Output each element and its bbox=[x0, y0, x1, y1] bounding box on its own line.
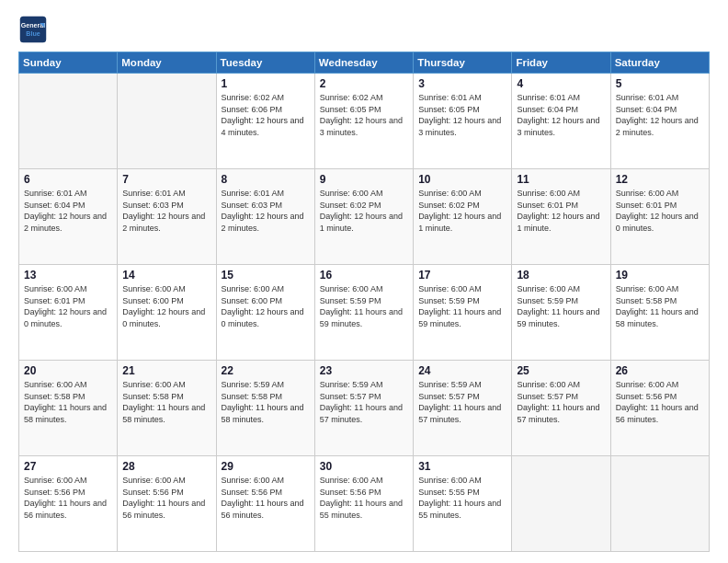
day-info: Sunrise: 6:00 AM Sunset: 5:56 PM Dayligh… bbox=[122, 475, 210, 521]
week-row-2: 6Sunrise: 6:01 AM Sunset: 6:04 PM Daylig… bbox=[19, 169, 710, 265]
day-number: 24 bbox=[418, 364, 506, 377]
day-info: Sunrise: 6:01 AM Sunset: 6:03 PM Dayligh… bbox=[222, 188, 310, 234]
calendar-cell: 7Sunrise: 6:01 AM Sunset: 6:03 PM Daylig… bbox=[118, 169, 216, 265]
day-info: Sunrise: 6:01 AM Sunset: 6:04 PM Dayligh… bbox=[517, 92, 605, 138]
day-number: 31 bbox=[418, 460, 506, 473]
day-info: Sunrise: 6:01 AM Sunset: 6:04 PM Dayligh… bbox=[616, 92, 704, 138]
logo: General Blue bbox=[18, 15, 53, 44]
calendar-cell: 27Sunrise: 6:00 AM Sunset: 5:56 PM Dayli… bbox=[19, 456, 118, 552]
week-row-5: 27Sunrise: 6:00 AM Sunset: 5:56 PM Dayli… bbox=[19, 456, 710, 552]
calendar-cell: 17Sunrise: 6:00 AM Sunset: 5:59 PM Dayli… bbox=[414, 265, 512, 361]
logo-icon: General Blue bbox=[18, 15, 48, 44]
day-info: Sunrise: 6:00 AM Sunset: 6:01 PM Dayligh… bbox=[24, 283, 112, 329]
day-info: Sunrise: 6:00 AM Sunset: 5:58 PM Dayligh… bbox=[616, 283, 704, 329]
day-number: 12 bbox=[616, 173, 704, 186]
calendar-cell: 21Sunrise: 6:00 AM Sunset: 5:58 PM Dayli… bbox=[118, 361, 216, 456]
calendar-cell: 2Sunrise: 6:02 AM Sunset: 6:05 PM Daylig… bbox=[314, 74, 413, 169]
calendar-cell: 22Sunrise: 5:59 AM Sunset: 5:58 PM Dayli… bbox=[216, 361, 314, 456]
page: General Blue SundayMondayTuesdayWednesda… bbox=[0, 0, 728, 563]
day-info: Sunrise: 6:00 AM Sunset: 5:56 PM Dayligh… bbox=[222, 475, 310, 521]
week-row-1: 1Sunrise: 6:02 AM Sunset: 6:06 PM Daylig… bbox=[19, 74, 710, 169]
day-info: Sunrise: 6:01 AM Sunset: 6:04 PM Dayligh… bbox=[24, 188, 112, 234]
calendar-cell: 14Sunrise: 6:00 AM Sunset: 6:00 PM Dayli… bbox=[118, 265, 216, 361]
weekday-header-tuesday: Tuesday bbox=[216, 52, 314, 74]
day-number: 7 bbox=[122, 173, 210, 186]
day-number: 17 bbox=[418, 269, 506, 282]
day-info: Sunrise: 6:00 AM Sunset: 5:58 PM Dayligh… bbox=[122, 379, 210, 425]
calendar-cell: 19Sunrise: 6:00 AM Sunset: 5:58 PM Dayli… bbox=[610, 265, 709, 361]
day-number: 2 bbox=[320, 77, 408, 90]
day-info: Sunrise: 6:00 AM Sunset: 5:56 PM Dayligh… bbox=[24, 475, 112, 521]
calendar-cell: 29Sunrise: 6:00 AM Sunset: 5:56 PM Dayli… bbox=[216, 456, 314, 552]
calendar-cell: 13Sunrise: 6:00 AM Sunset: 6:01 PM Dayli… bbox=[19, 265, 118, 361]
calendar-cell: 3Sunrise: 6:01 AM Sunset: 6:05 PM Daylig… bbox=[414, 74, 512, 169]
day-number: 18 bbox=[517, 269, 605, 282]
calendar-cell: 18Sunrise: 6:00 AM Sunset: 5:59 PM Dayli… bbox=[512, 265, 610, 361]
calendar-cell bbox=[19, 74, 118, 169]
calendar-cell: 28Sunrise: 6:00 AM Sunset: 5:56 PM Dayli… bbox=[118, 456, 216, 552]
day-info: Sunrise: 6:00 AM Sunset: 6:01 PM Dayligh… bbox=[616, 188, 704, 234]
weekday-header-sunday: Sunday bbox=[19, 52, 118, 74]
day-number: 4 bbox=[517, 77, 605, 90]
calendar-cell: 10Sunrise: 6:00 AM Sunset: 6:02 PM Dayli… bbox=[414, 169, 512, 265]
calendar-cell: 31Sunrise: 6:00 AM Sunset: 5:55 PM Dayli… bbox=[414, 456, 512, 552]
week-row-4: 20Sunrise: 6:00 AM Sunset: 5:58 PM Dayli… bbox=[19, 361, 710, 456]
day-number: 19 bbox=[616, 269, 704, 282]
day-info: Sunrise: 6:00 AM Sunset: 5:56 PM Dayligh… bbox=[320, 475, 408, 521]
day-number: 28 bbox=[122, 460, 210, 473]
day-number: 11 bbox=[517, 173, 605, 186]
calendar-cell: 11Sunrise: 6:00 AM Sunset: 6:01 PM Dayli… bbox=[512, 169, 610, 265]
calendar-cell: 1Sunrise: 6:02 AM Sunset: 6:06 PM Daylig… bbox=[216, 74, 314, 169]
day-info: Sunrise: 5:59 AM Sunset: 5:57 PM Dayligh… bbox=[418, 379, 506, 425]
weekday-header-wednesday: Wednesday bbox=[314, 52, 413, 74]
calendar-cell bbox=[118, 74, 216, 169]
day-number: 14 bbox=[122, 269, 210, 282]
day-info: Sunrise: 6:00 AM Sunset: 5:59 PM Dayligh… bbox=[320, 283, 408, 329]
day-info: Sunrise: 6:00 AM Sunset: 5:55 PM Dayligh… bbox=[418, 475, 506, 521]
day-number: 23 bbox=[320, 364, 408, 377]
day-number: 10 bbox=[418, 173, 506, 186]
day-number: 26 bbox=[616, 364, 704, 377]
day-number: 16 bbox=[320, 269, 408, 282]
calendar-cell: 9Sunrise: 6:00 AM Sunset: 6:02 PM Daylig… bbox=[314, 169, 413, 265]
calendar-table: SundayMondayTuesdayWednesdayThursdayFrid… bbox=[18, 52, 710, 552]
calendar-cell: 4Sunrise: 6:01 AM Sunset: 6:04 PM Daylig… bbox=[512, 74, 610, 169]
calendar-cell: 16Sunrise: 6:00 AM Sunset: 5:59 PM Dayli… bbox=[314, 265, 413, 361]
day-number: 22 bbox=[222, 364, 310, 377]
calendar-cell: 12Sunrise: 6:00 AM Sunset: 6:01 PM Dayli… bbox=[610, 169, 709, 265]
calendar-cell: 15Sunrise: 6:00 AM Sunset: 6:00 PM Dayli… bbox=[216, 265, 314, 361]
day-number: 15 bbox=[222, 269, 310, 282]
day-info: Sunrise: 5:59 AM Sunset: 5:57 PM Dayligh… bbox=[320, 379, 408, 425]
weekday-header-saturday: Saturday bbox=[610, 52, 709, 74]
day-info: Sunrise: 6:00 AM Sunset: 6:02 PM Dayligh… bbox=[418, 188, 506, 234]
day-number: 3 bbox=[418, 77, 506, 90]
day-info: Sunrise: 6:01 AM Sunset: 6:05 PM Dayligh… bbox=[418, 92, 506, 138]
day-info: Sunrise: 5:59 AM Sunset: 5:58 PM Dayligh… bbox=[222, 379, 310, 425]
day-info: Sunrise: 6:00 AM Sunset: 5:58 PM Dayligh… bbox=[24, 379, 112, 425]
day-number: 29 bbox=[222, 460, 310, 473]
calendar-cell: 30Sunrise: 6:00 AM Sunset: 5:56 PM Dayli… bbox=[314, 456, 413, 552]
calendar-cell: 8Sunrise: 6:01 AM Sunset: 6:03 PM Daylig… bbox=[216, 169, 314, 265]
weekday-header-monday: Monday bbox=[118, 52, 216, 74]
day-info: Sunrise: 6:02 AM Sunset: 6:05 PM Dayligh… bbox=[320, 92, 408, 138]
calendar-cell: 23Sunrise: 5:59 AM Sunset: 5:57 PM Dayli… bbox=[314, 361, 413, 456]
day-number: 27 bbox=[24, 460, 112, 473]
day-info: Sunrise: 6:00 AM Sunset: 6:00 PM Dayligh… bbox=[222, 283, 310, 329]
calendar-cell: 25Sunrise: 6:00 AM Sunset: 5:57 PM Dayli… bbox=[512, 361, 610, 456]
header: General Blue bbox=[18, 15, 710, 44]
weekday-header-thursday: Thursday bbox=[414, 52, 512, 74]
day-info: Sunrise: 6:00 AM Sunset: 6:02 PM Dayligh… bbox=[320, 188, 408, 234]
week-row-3: 13Sunrise: 6:00 AM Sunset: 6:01 PM Dayli… bbox=[19, 265, 710, 361]
day-info: Sunrise: 6:00 AM Sunset: 5:56 PM Dayligh… bbox=[616, 379, 704, 425]
day-info: Sunrise: 6:00 AM Sunset: 6:00 PM Dayligh… bbox=[122, 283, 210, 329]
day-number: 21 bbox=[122, 364, 210, 377]
day-number: 8 bbox=[222, 173, 310, 186]
calendar-cell bbox=[512, 456, 610, 552]
calendar-cell: 24Sunrise: 5:59 AM Sunset: 5:57 PM Dayli… bbox=[414, 361, 512, 456]
weekday-header-row: SundayMondayTuesdayWednesdayThursdayFrid… bbox=[19, 52, 710, 74]
day-number: 5 bbox=[616, 77, 704, 90]
calendar-cell: 20Sunrise: 6:00 AM Sunset: 5:58 PM Dayli… bbox=[19, 361, 118, 456]
day-number: 1 bbox=[222, 77, 310, 90]
day-info: Sunrise: 6:00 AM Sunset: 6:01 PM Dayligh… bbox=[517, 188, 605, 234]
weekday-header-friday: Friday bbox=[512, 52, 610, 74]
